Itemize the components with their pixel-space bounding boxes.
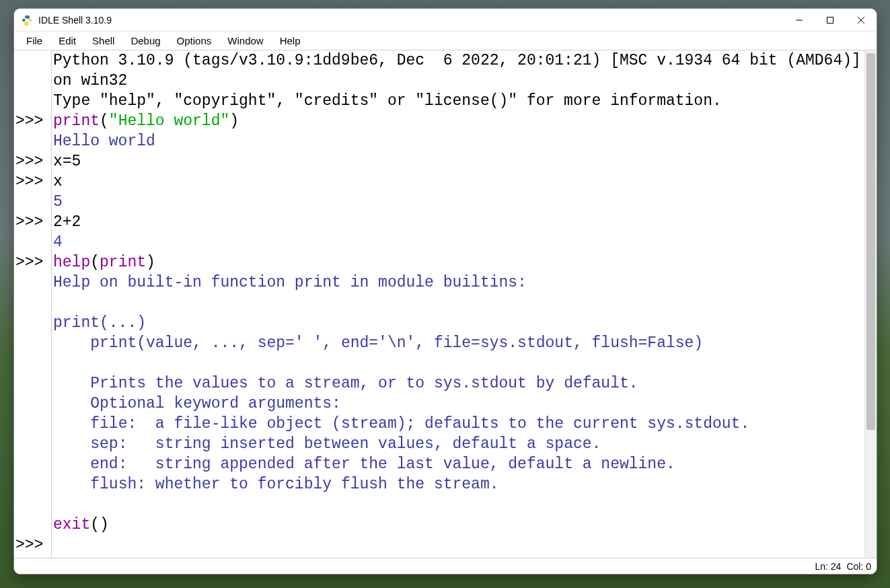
- paren: (: [90, 516, 100, 534]
- menu-edit[interactable]: Edit: [50, 33, 84, 48]
- paren: ): [100, 516, 109, 534]
- builtin-print: print: [53, 112, 100, 130]
- editor-area: >>> >>> >>> >>> >>> >>> Python 3.10.9 (t…: [14, 50, 877, 558]
- window-title: IDLE Shell 3.10.9: [38, 15, 784, 26]
- close-button[interactable]: [846, 9, 877, 31]
- menu-help[interactable]: Help: [272, 33, 309, 48]
- prompt-blank: [15, 334, 25, 352]
- menu-file[interactable]: File: [18, 33, 50, 48]
- prompt-blank: [15, 375, 25, 392]
- prompt: >>>: [15, 536, 43, 554]
- paren: ): [229, 112, 239, 130]
- prompt-blank: [15, 516, 25, 534]
- prompt-blank: [15, 455, 25, 473]
- menubar: File Edit Shell Debug Options Window Hel…: [14, 32, 877, 50]
- svg-rect-1: [827, 17, 833, 23]
- menu-window[interactable]: Window: [219, 33, 271, 48]
- vertical-scrollbar[interactable]: [864, 50, 877, 558]
- output-line: 5: [53, 193, 63, 211]
- string-literal: "Hello world": [109, 112, 229, 130]
- builtin-print-arg: print: [100, 254, 146, 271]
- prompt-blank: [15, 496, 25, 513]
- status-line: Ln: 24: [815, 561, 841, 572]
- prompt: >>>: [15, 153, 43, 170]
- statusbar: Ln: 24 Col: 0: [14, 558, 877, 574]
- menu-options[interactable]: Options: [169, 33, 220, 48]
- prompt-blank: [15, 415, 25, 433]
- builtin-help: help: [53, 254, 90, 271]
- builtin-exit: exit: [53, 516, 90, 534]
- prompt-blank: [15, 395, 25, 412]
- prompt-blank: [15, 233, 25, 251]
- paren: ): [146, 254, 155, 271]
- window-controls: [784, 9, 877, 31]
- prompt-blank: [15, 133, 25, 150]
- input-line: x=5: [53, 153, 81, 170]
- menu-debug[interactable]: Debug: [122, 33, 168, 48]
- prompt-blank: [15, 274, 25, 291]
- prompt-blank: [15, 294, 25, 311]
- prompt: >>>: [15, 112, 43, 130]
- paren: (: [90, 254, 100, 271]
- shell-content[interactable]: Python 3.10.9 (tags/v3.10.9:1dd9be6, Dec…: [52, 50, 864, 558]
- banner-line-2: Type "help", "copyright", "credits" or "…: [53, 92, 722, 110]
- prompt-blank: [15, 476, 25, 493]
- output-line: Hello world: [53, 133, 155, 150]
- titlebar[interactable]: IDLE Shell 3.10.9: [14, 9, 877, 32]
- maximize-button[interactable]: [815, 9, 846, 31]
- prompt-blank: [15, 355, 25, 372]
- input-line: x: [53, 173, 63, 190]
- shell-editor[interactable]: >>> >>> >>> >>> >>> >>> Python 3.10.9 (t…: [14, 50, 864, 558]
- prompt-blank: [15, 92, 25, 110]
- prompt-blank: [15, 72, 25, 89]
- prompt-blank: [15, 435, 25, 453]
- prompt: >>>: [15, 173, 43, 190]
- input-line: 2+2: [53, 213, 81, 231]
- help-output: Help on built-in function print in modul…: [53, 274, 749, 493]
- status-column: Col: 0: [846, 561, 871, 572]
- minimize-button[interactable]: [784, 9, 815, 31]
- prompt-gutter: >>> >>> >>> >>> >>> >>>: [14, 50, 52, 558]
- paren: (: [100, 112, 109, 130]
- prompt-blank: [15, 314, 25, 332]
- banner-line-1: Python 3.10.9 (tags/v3.10.9:1dd9be6, Dec…: [53, 52, 864, 89]
- idle-window: IDLE Shell 3.10.9 File Edit Shell Debug …: [13, 8, 877, 575]
- prompt-blank: [15, 52, 25, 69]
- prompt: >>>: [15, 213, 43, 231]
- python-icon: [21, 14, 33, 26]
- prompt: >>>: [15, 254, 43, 271]
- prompt-blank: [15, 193, 25, 211]
- scrollbar-thumb[interactable]: [866, 53, 875, 430]
- menu-shell[interactable]: Shell: [84, 33, 122, 48]
- output-line: 4: [53, 233, 63, 251]
